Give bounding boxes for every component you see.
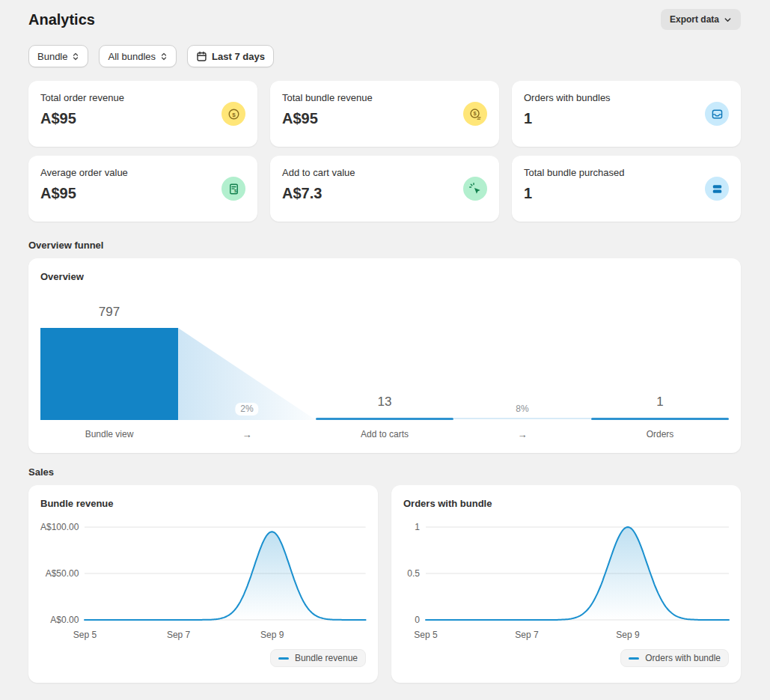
metric-card-average-order-value: Average order value A$95 $ — [28, 156, 257, 222]
overview-funnel-heading: Overview funnel — [28, 240, 741, 251]
filter-bundle-select[interactable]: All bundles — [99, 45, 177, 67]
legend-row: Bundle revenue — [40, 649, 366, 667]
x-tick-label: Sep 5 — [73, 630, 97, 640]
metric-label: Add to cart value — [282, 167, 487, 179]
x-tick-label: Sep 7 — [167, 630, 190, 640]
legend-label: Bundle revenue — [295, 653, 358, 663]
chart-title: Orders with bundle — [403, 497, 729, 511]
x-tick-label: Sep 7 — [515, 630, 538, 640]
metric-label: Orders with bundles — [524, 92, 729, 104]
y-tick-label: A$0.00 — [40, 615, 79, 624]
funnel-value-orders: 1 — [591, 393, 729, 411]
metric-value: A$7.3 — [282, 184, 487, 202]
cash-dollar-icon: $ — [221, 102, 245, 126]
layers-icon — [705, 177, 729, 201]
funnel-baseline-add-to-carts — [316, 418, 453, 420]
page-title: Analytics — [28, 11, 95, 28]
y-tick-label: 0.5 — [403, 569, 420, 578]
filter-bar: Bundle All bundles Last 7 days — [28, 45, 741, 67]
funnel-baseline-orders — [591, 418, 729, 420]
bundle-revenue-chart-card: Bundle revenue A$100.00 A$50.00 A$0.00 S… — [28, 485, 378, 683]
legend: Orders with bundle — [620, 649, 729, 667]
svg-text:$: $ — [232, 111, 236, 118]
receipt-dollar-icon: $ — [221, 177, 245, 201]
calendar-icon — [196, 51, 207, 62]
date-range-label: Last 7 days — [212, 51, 265, 62]
bundle-revenue-line-chart — [85, 523, 366, 624]
funnel-conversion-rate-1: 2% — [235, 403, 258, 416]
overview-funnel-card: Overview 797 2% 13 8% 1 — [28, 258, 741, 453]
orders-with-bundle-line-chart — [426, 523, 729, 624]
sales-heading: Sales — [28, 466, 741, 478]
funnel-baseline-faint — [453, 418, 591, 419]
x-tick-label: Sep 9 — [616, 630, 639, 640]
svg-text:$: $ — [234, 188, 237, 193]
legend-row: Orders with bundle — [403, 649, 729, 667]
sort-carets-icon — [160, 52, 168, 61]
chart-body: A$100.00 A$50.00 A$0.00 Sep 5 Sep 7 Sep … — [40, 523, 366, 642]
metric-value: 1 — [524, 109, 729, 127]
chevron-down-icon — [724, 16, 732, 24]
funnel-stage-labels: Bundle view → Add to carts → Orders — [40, 429, 729, 440]
coin-discount-icon: $ — [463, 102, 487, 126]
metric-card-total-order-revenue: Total order revenue A$95 $ — [28, 81, 257, 147]
chart-title: Bundle revenue — [40, 497, 366, 511]
y-tick-label: A$100.00 — [40, 523, 79, 532]
x-axis-labels: Sep 5 Sep 7 Sep 9 — [426, 630, 729, 642]
legend-label: Orders with bundle — [645, 653, 721, 663]
funnel-value-add-to-carts: 13 — [316, 393, 453, 411]
funnel-chart: 797 2% 13 8% 1 — [40, 303, 729, 420]
export-data-label: Export data — [670, 14, 719, 25]
legend-color-dash — [629, 657, 639, 660]
filter-type-select[interactable]: Bundle — [28, 45, 88, 67]
metric-card-add-to-cart-value: Add to cart value A$7.3 — [270, 156, 499, 222]
metrics-grid: Total order revenue A$95 $ Total bundle … — [28, 81, 741, 222]
export-data-button[interactable]: Export data — [661, 9, 741, 30]
cursor-click-icon — [463, 177, 487, 201]
chart-body: 1 0.5 0 Sep 5 Sep 7 Sep 9 — [403, 523, 729, 642]
funnel-value-bundle-view: 797 — [99, 303, 120, 321]
metric-value: A$95 — [40, 184, 245, 202]
svg-text:$: $ — [473, 110, 477, 117]
analytics-page: Analytics Export data Bundle All bundles — [0, 0, 770, 692]
funnel-label-bundle-view: Bundle view — [40, 429, 178, 440]
arrow-right-icon: → — [178, 429, 316, 440]
metric-value: A$95 — [282, 109, 487, 127]
y-axis-labels: A$100.00 A$50.00 A$0.00 — [40, 523, 79, 624]
sort-carets-icon — [72, 52, 79, 61]
x-tick-label: Sep 5 — [414, 630, 437, 640]
order-inbox-icon — [705, 102, 729, 126]
legend: Bundle revenue — [270, 649, 366, 667]
metric-label: Average order value — [40, 167, 245, 179]
metric-card-total-bundle-revenue: Total bundle revenue A$95 $ — [270, 81, 499, 147]
metric-value: 1 — [524, 184, 729, 202]
sales-charts-grid: Bundle revenue A$100.00 A$50.00 A$0.00 S… — [28, 485, 741, 692]
metric-value: A$95 — [40, 109, 245, 127]
metric-label: Total bundle revenue — [282, 92, 487, 104]
metric-label: Total bundle purchased — [524, 167, 729, 179]
metric-label: Total order revenue — [40, 92, 245, 104]
page-header: Analytics Export data — [28, 9, 741, 30]
orders-with-bundle-chart-card: Orders with bundle 1 0.5 0 Sep 5 Sep 7 S… — [391, 485, 741, 683]
funnel-label-orders: Orders — [591, 429, 729, 440]
plot-area: Sep 5 Sep 7 Sep 9 — [85, 523, 366, 642]
funnel-bar-bundle-view — [40, 328, 178, 420]
metric-card-total-bundle-purchased: Total bundle purchased 1 — [512, 156, 741, 222]
y-axis-labels: 1 0.5 0 — [403, 523, 420, 624]
arrow-right-icon: → — [453, 429, 591, 440]
funnel-card-title: Overview — [40, 270, 729, 284]
legend-color-dash — [278, 657, 289, 660]
filter-type-label: Bundle — [37, 51, 67, 62]
y-tick-label: 1 — [403, 523, 420, 532]
plot-area: Sep 5 Sep 7 Sep 9 — [426, 523, 729, 642]
funnel-stage-bundle-view: 797 — [40, 303, 178, 420]
y-tick-label: 0 — [403, 615, 420, 624]
metric-card-orders-with-bundles: Orders with bundles 1 — [512, 81, 741, 147]
funnel-conversion-rate-2: 8% — [510, 403, 534, 416]
x-axis-labels: Sep 5 Sep 7 Sep 9 — [85, 630, 366, 642]
x-tick-label: Sep 9 — [260, 630, 284, 640]
filter-bundle-label: All bundles — [108, 51, 156, 62]
funnel-label-add-to-carts: Add to carts — [316, 429, 453, 440]
y-tick-label: A$50.00 — [40, 569, 79, 578]
date-range-button[interactable]: Last 7 days — [187, 45, 274, 67]
